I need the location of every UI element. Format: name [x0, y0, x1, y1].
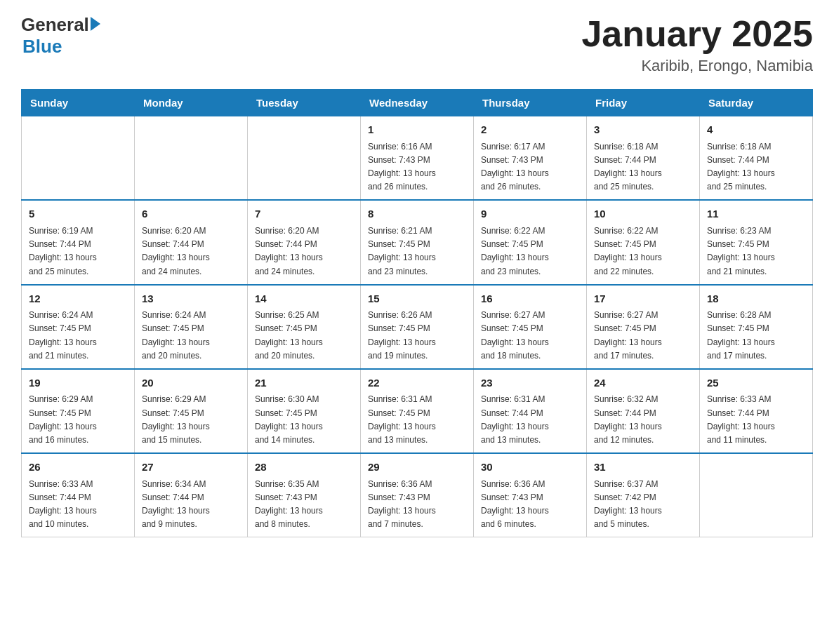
day-info: Sunrise: 6:31 AM Sunset: 7:44 PM Dayligh…	[481, 394, 549, 445]
day-info: Sunrise: 6:28 AM Sunset: 7:45 PM Dayligh…	[707, 310, 775, 361]
day-number: 30	[481, 459, 579, 476]
calendar-day-cell	[135, 116, 248, 201]
day-number: 8	[368, 206, 466, 222]
day-number: 9	[481, 206, 579, 222]
day-number: 19	[29, 375, 127, 391]
calendar-week-row: 19Sunrise: 6:29 AM Sunset: 7:45 PM Dayli…	[22, 369, 813, 453]
day-number: 7	[255, 206, 353, 222]
calendar-day-cell: 23Sunrise: 6:31 AM Sunset: 7:44 PM Dayli…	[474, 369, 587, 453]
day-info: Sunrise: 6:17 AM Sunset: 7:43 PM Dayligh…	[481, 142, 549, 192]
day-number: 14	[255, 291, 353, 307]
day-info: Sunrise: 6:33 AM Sunset: 7:44 PM Dayligh…	[707, 394, 775, 445]
day-info: Sunrise: 6:36 AM Sunset: 7:43 PM Dayligh…	[481, 479, 549, 530]
calendar-day-cell: 12Sunrise: 6:24 AM Sunset: 7:45 PM Dayli…	[22, 285, 135, 369]
day-number: 3	[594, 122, 692, 138]
day-info: Sunrise: 6:35 AM Sunset: 7:43 PM Dayligh…	[255, 479, 323, 530]
day-of-week-friday: Friday	[587, 90, 700, 116]
day-info: Sunrise: 6:26 AM Sunset: 7:45 PM Dayligh…	[368, 310, 436, 361]
calendar-day-cell: 17Sunrise: 6:27 AM Sunset: 7:45 PM Dayli…	[587, 285, 700, 369]
day-number: 16	[481, 291, 579, 307]
day-info: Sunrise: 6:27 AM Sunset: 7:45 PM Dayligh…	[594, 310, 662, 361]
calendar-title: January 2025	[581, 14, 813, 54]
logo-blue-text: Blue	[22, 36, 62, 57]
calendar-subtitle: Karibib, Erongo, Namibia	[581, 57, 813, 75]
calendar-day-cell: 6Sunrise: 6:20 AM Sunset: 7:44 PM Daylig…	[135, 200, 248, 284]
day-number: 10	[594, 206, 692, 222]
logo-arrow-icon	[91, 17, 100, 31]
day-info: Sunrise: 6:29 AM Sunset: 7:45 PM Dayligh…	[29, 394, 97, 445]
calendar-body: 1Sunrise: 6:16 AM Sunset: 7:43 PM Daylig…	[22, 116, 813, 537]
day-number: 2	[481, 122, 579, 138]
calendar-day-cell: 4Sunrise: 6:18 AM Sunset: 7:44 PM Daylig…	[700, 116, 813, 201]
day-of-week-monday: Monday	[135, 90, 248, 116]
calendar-day-cell: 27Sunrise: 6:34 AM Sunset: 7:44 PM Dayli…	[135, 453, 248, 537]
day-info: Sunrise: 6:32 AM Sunset: 7:44 PM Dayligh…	[594, 394, 662, 445]
calendar-day-cell: 21Sunrise: 6:30 AM Sunset: 7:45 PM Dayli…	[248, 369, 361, 453]
day-info: Sunrise: 6:16 AM Sunset: 7:43 PM Dayligh…	[368, 142, 436, 192]
calendar-day-cell: 30Sunrise: 6:36 AM Sunset: 7:43 PM Dayli…	[474, 453, 587, 537]
day-of-week-sunday: Sunday	[22, 90, 135, 116]
day-number: 22	[368, 375, 466, 391]
calendar-week-row: 26Sunrise: 6:33 AM Sunset: 7:44 PM Dayli…	[22, 453, 813, 537]
day-header-row: SundayMondayTuesdayWednesdayThursdayFrid…	[22, 90, 813, 116]
day-info: Sunrise: 6:24 AM Sunset: 7:45 PM Dayligh…	[29, 310, 97, 361]
day-info: Sunrise: 6:25 AM Sunset: 7:45 PM Dayligh…	[255, 310, 323, 361]
day-info: Sunrise: 6:33 AM Sunset: 7:44 PM Dayligh…	[29, 479, 97, 530]
calendar-day-cell: 7Sunrise: 6:20 AM Sunset: 7:44 PM Daylig…	[248, 200, 361, 284]
day-info: Sunrise: 6:29 AM Sunset: 7:45 PM Dayligh…	[142, 394, 210, 445]
calendar-week-row: 1Sunrise: 6:16 AM Sunset: 7:43 PM Daylig…	[22, 116, 813, 201]
calendar-day-cell: 28Sunrise: 6:35 AM Sunset: 7:43 PM Dayli…	[248, 453, 361, 537]
calendar-day-cell: 16Sunrise: 6:27 AM Sunset: 7:45 PM Dayli…	[474, 285, 587, 369]
day-number: 12	[29, 291, 127, 307]
day-info: Sunrise: 6:22 AM Sunset: 7:45 PM Dayligh…	[594, 226, 662, 276]
day-info: Sunrise: 6:18 AM Sunset: 7:44 PM Dayligh…	[594, 142, 662, 192]
calendar-week-row: 5Sunrise: 6:19 AM Sunset: 7:44 PM Daylig…	[22, 200, 813, 284]
day-number: 25	[707, 375, 805, 391]
day-number: 20	[142, 375, 240, 391]
day-number: 29	[368, 459, 466, 476]
day-info: Sunrise: 6:34 AM Sunset: 7:44 PM Dayligh…	[142, 479, 210, 530]
calendar-day-cell: 19Sunrise: 6:29 AM Sunset: 7:45 PM Dayli…	[22, 369, 135, 453]
calendar-day-cell: 11Sunrise: 6:23 AM Sunset: 7:45 PM Dayli…	[700, 200, 813, 284]
day-of-week-tuesday: Tuesday	[248, 90, 361, 116]
day-number: 28	[255, 459, 353, 476]
calendar-day-cell: 1Sunrise: 6:16 AM Sunset: 7:43 PM Daylig…	[361, 116, 474, 201]
day-info: Sunrise: 6:22 AM Sunset: 7:45 PM Dayligh…	[481, 226, 549, 276]
calendar-day-cell: 18Sunrise: 6:28 AM Sunset: 7:45 PM Dayli…	[700, 285, 813, 369]
day-number: 6	[142, 206, 240, 222]
calendar-title-block: January 2025 Karibib, Erongo, Namibia	[581, 14, 813, 75]
calendar-day-cell: 22Sunrise: 6:31 AM Sunset: 7:45 PM Dayli…	[361, 369, 474, 453]
day-number: 17	[594, 291, 692, 307]
day-number: 15	[368, 291, 466, 307]
day-info: Sunrise: 6:36 AM Sunset: 7:43 PM Dayligh…	[368, 479, 436, 530]
day-info: Sunrise: 6:20 AM Sunset: 7:44 PM Dayligh…	[255, 226, 323, 276]
calendar-day-cell	[700, 453, 813, 537]
calendar-day-cell: 20Sunrise: 6:29 AM Sunset: 7:45 PM Dayli…	[135, 369, 248, 453]
calendar-table: SundayMondayTuesdayWednesdayThursdayFrid…	[21, 89, 813, 537]
calendar-week-row: 12Sunrise: 6:24 AM Sunset: 7:45 PM Dayli…	[22, 285, 813, 369]
logo-general-text: General	[21, 14, 89, 36]
calendar-day-cell: 5Sunrise: 6:19 AM Sunset: 7:44 PM Daylig…	[22, 200, 135, 284]
calendar-day-cell: 8Sunrise: 6:21 AM Sunset: 7:45 PM Daylig…	[361, 200, 474, 284]
day-number: 13	[142, 291, 240, 307]
day-info: Sunrise: 6:21 AM Sunset: 7:45 PM Dayligh…	[368, 226, 436, 276]
page-header: General Blue January 2025 Karibib, Erong…	[21, 14, 813, 75]
day-info: Sunrise: 6:18 AM Sunset: 7:44 PM Dayligh…	[707, 142, 775, 192]
calendar-day-cell: 24Sunrise: 6:32 AM Sunset: 7:44 PM Dayli…	[587, 369, 700, 453]
day-number: 26	[29, 459, 127, 476]
calendar-day-cell: 9Sunrise: 6:22 AM Sunset: 7:45 PM Daylig…	[474, 200, 587, 284]
day-info: Sunrise: 6:19 AM Sunset: 7:44 PM Dayligh…	[29, 226, 97, 276]
calendar-day-cell: 31Sunrise: 6:37 AM Sunset: 7:42 PM Dayli…	[587, 453, 700, 537]
day-info: Sunrise: 6:24 AM Sunset: 7:45 PM Dayligh…	[142, 310, 210, 361]
day-info: Sunrise: 6:27 AM Sunset: 7:45 PM Dayligh…	[481, 310, 549, 361]
day-of-week-wednesday: Wednesday	[361, 90, 474, 116]
calendar-day-cell: 2Sunrise: 6:17 AM Sunset: 7:43 PM Daylig…	[474, 116, 587, 201]
calendar-day-cell: 3Sunrise: 6:18 AM Sunset: 7:44 PM Daylig…	[587, 116, 700, 201]
calendar-day-cell	[22, 116, 135, 201]
day-number: 31	[594, 459, 692, 476]
day-number: 27	[142, 459, 240, 476]
calendar-day-cell: 10Sunrise: 6:22 AM Sunset: 7:45 PM Dayli…	[587, 200, 700, 284]
calendar-day-cell: 13Sunrise: 6:24 AM Sunset: 7:45 PM Dayli…	[135, 285, 248, 369]
day-info: Sunrise: 6:30 AM Sunset: 7:45 PM Dayligh…	[255, 394, 323, 445]
day-of-week-thursday: Thursday	[474, 90, 587, 116]
